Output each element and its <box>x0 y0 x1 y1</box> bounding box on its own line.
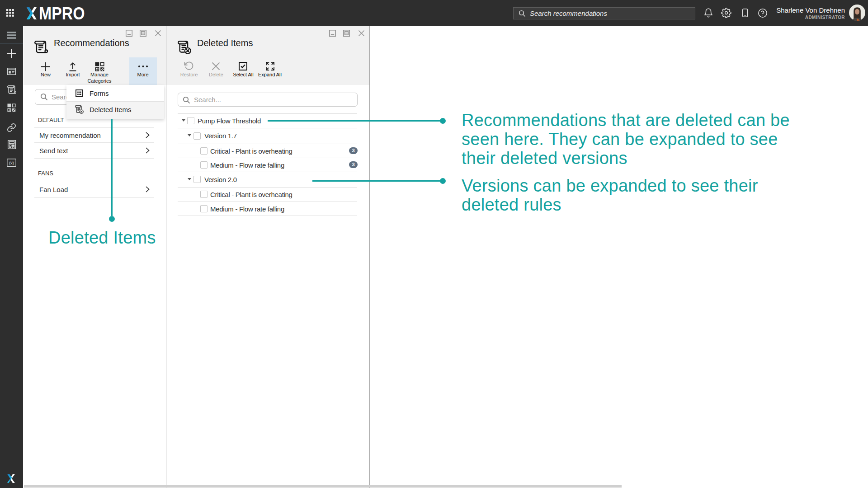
svg-text:(x): (x) <box>9 160 14 165</box>
